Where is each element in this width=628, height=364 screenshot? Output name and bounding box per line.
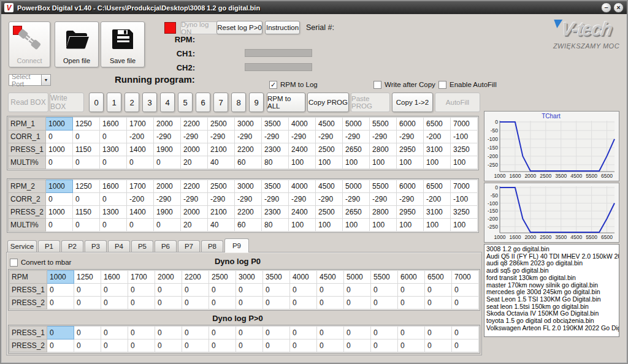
dropdown-arrow-icon[interactable]: ▼ [41,75,50,85]
grid-cell[interactable]: 4000 [289,180,316,193]
grid-cell[interactable]: 100 [397,156,424,169]
grid-cell[interactable]: 0 [398,297,425,309]
digit-5-button[interactable]: 5 [178,93,193,112]
grid-cell[interactable]: 2500 [209,271,236,284]
grid-cell[interactable]: 1250 [73,180,100,193]
file-list-item[interactable]: ford transit 130km go digital.bin [486,275,619,282]
file-list-item[interactable]: Volkswagen Arteon FL 2.0 190KM 2022 Go D… [486,325,619,332]
tab-p8[interactable]: P8 [201,240,223,252]
grid-cell[interactable]: 2500 [316,206,343,219]
grid-cell[interactable]: 0 [263,327,290,339]
instruction-button[interactable]: Instruction [265,21,300,34]
grid-cell[interactable]: 3500 [263,271,290,284]
grid-cell[interactable]: 1000 [46,206,73,219]
grid-cell[interactable]: -290 [262,193,289,206]
grid-cell[interactable]: 3100 [424,143,451,156]
digit-7-button[interactable]: 7 [213,93,228,112]
save-file-button[interactable]: Save file [101,21,145,67]
grid-cell[interactable]: 1400 [127,206,154,219]
grid-cell[interactable]: 0 [371,297,398,309]
grid-cell[interactable]: 6000 [397,118,424,131]
grid-cell[interactable]: 0 [236,297,263,309]
rpm-to-all-button[interactable]: RPM to ALL [267,93,305,112]
grid-cell[interactable]: 0 [101,284,128,297]
grid-cell[interactable]: 5500 [370,180,397,193]
grid-cell[interactable]: 0 [74,284,101,297]
grid-cell[interactable]: 100 [397,219,424,232]
grid-cell[interactable]: 0 [317,284,344,297]
grid-cell[interactable]: 100 [289,156,316,169]
grid-cell[interactable]: 3000 [235,180,262,193]
grid-cell[interactable]: 0 [100,156,127,169]
grid-cell[interactable]: 100 [316,156,343,169]
grid-cell[interactable]: 1150 [73,143,100,156]
grid-cell[interactable]: 3500 [262,118,289,131]
grid-cell[interactable]: 100 [424,219,451,232]
minimize-button[interactable]: – [601,2,611,13]
file-list-item[interactable]: 3008 1.2 go digital.bin [486,246,619,253]
grid-cell[interactable]: 5500 [371,271,398,284]
reset-log-button[interactable]: Reset log P>0 [216,21,262,34]
grid-cell[interactable]: 6000 [397,180,424,193]
select-port-dropdown[interactable]: Select Port ▼ [9,74,51,86]
grid-cell[interactable]: 2000 [181,206,208,219]
file-list-item[interactable]: toyota 1.5 go digital od obciążenia.bin [486,317,619,325]
grid-cell[interactable]: 0 [452,339,479,352]
grid-cell[interactable]: -200 [127,131,154,143]
grid-cell[interactable]: 0 [425,297,452,309]
grid-cell[interactable]: 2300 [262,206,289,219]
grid-cell[interactable]: -290 [208,131,235,143]
copy-prog-button[interactable]: Copy PROG [307,93,349,112]
tab-p6[interactable]: P6 [155,240,177,252]
grid-cell[interactable]: 0 [290,297,317,309]
grid-cell[interactable]: -290 [316,131,343,143]
grid-cell[interactable]: 0 [74,339,101,352]
grid-cell[interactable]: 0 [371,339,398,352]
digit-2-button[interactable]: 2 [124,93,139,112]
grid-cell[interactable]: 0 [128,297,155,309]
grid-cell[interactable]: 1000 [47,271,74,284]
grid-cell[interactable]: -290 [181,193,208,206]
grid-cell[interactable]: 0 [128,327,155,339]
grid-cell[interactable]: 0 [452,327,479,339]
grid-cell[interactable]: 100 [370,156,397,169]
write-after-copy-checkbox[interactable]: Write after Copy [373,80,435,89]
grid-cell[interactable]: 0 [47,339,74,352]
grid-cell[interactable]: 2300 [262,143,289,156]
grid-cell[interactable]: 0 [398,284,425,297]
grid-cell[interactable]: 2200 [181,180,208,193]
tab-p3[interactable]: P3 [85,240,107,252]
grid-cell[interactable]: 100 [343,156,370,169]
grid-cell[interactable]: 2500 [208,118,235,131]
grid-cell[interactable]: 0 [46,131,73,143]
grid-cell[interactable]: 0 [128,284,155,297]
grid-cell[interactable]: 6500 [425,271,452,284]
grid-cell[interactable]: 2100 [208,143,235,156]
grid-cell[interactable]: 0 [155,339,182,352]
grid-cell[interactable]: 0 [209,339,236,352]
grid-cell[interactable]: 3000 [235,118,262,131]
grid-cell[interactable]: 4500 [316,180,343,193]
grid-cell[interactable]: 0 [46,156,73,169]
checkbox-box[interactable]: ✓ [269,81,277,89]
grid-cell[interactable]: 100 [343,219,370,232]
grid-cell[interactable]: 0 [209,284,236,297]
grid-cell[interactable]: 0 [317,327,344,339]
grid-cell[interactable]: 2650 [343,206,370,219]
grid-cell[interactable]: 0 [128,339,155,352]
grid-cell[interactable]: 0 [452,284,479,297]
grid-cell[interactable]: 0 [47,297,74,309]
grid-cell[interactable]: 0 [46,219,73,232]
rpm-to-log-checkbox[interactable]: ✓RPM to Log [269,80,318,89]
grid-cell[interactable]: 5000 [343,118,370,131]
grid-cell[interactable]: 1250 [73,118,100,131]
grid-cell[interactable]: 0 [73,131,100,143]
file-list[interactable]: 3008 1.2 go digital.binAudi Q5 II (FY FL… [484,244,619,337]
close-button[interactable]: × [613,2,624,13]
grid-cell[interactable]: 5000 [344,271,371,284]
grid-cell[interactable]: 0 [182,284,209,297]
digit-9-button[interactable]: 9 [249,93,264,112]
grid-cell[interactable]: 0 [236,339,263,352]
digit-4-button[interactable]: 4 [160,93,175,112]
digit-3-button[interactable]: 3 [142,93,157,112]
